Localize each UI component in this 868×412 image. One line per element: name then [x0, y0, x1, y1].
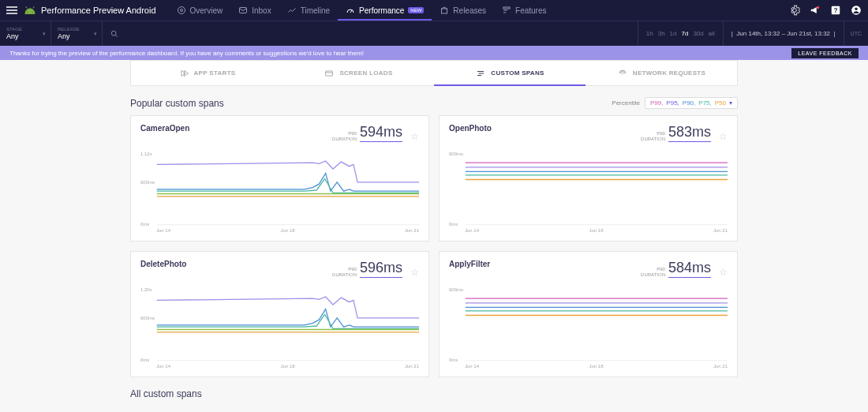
- svg-point-0: [178, 7, 185, 14]
- star-icon[interactable]: ☆: [719, 267, 728, 278]
- stage-filter[interactable]: STAGE Any ▾: [0, 21, 51, 46]
- card-title: ApplyFilter: [449, 260, 490, 268]
- release-value: Any: [58, 32, 95, 40]
- release-label: RELEASE: [58, 27, 95, 32]
- stage-label: STAGE: [6, 27, 44, 32]
- svg-line-14: [115, 35, 118, 37]
- nav-releases[interactable]: Releases: [432, 0, 494, 21]
- help-icon[interactable]: ?: [830, 5, 841, 16]
- metric-value: 584ms: [668, 260, 711, 278]
- caret-icon: ▾: [43, 31, 46, 37]
- star-icon[interactable]: ☆: [719, 131, 728, 142]
- time-30d[interactable]: 30d: [693, 30, 703, 37]
- release-filter[interactable]: RELEASE Any ▾: [51, 21, 103, 46]
- svg-point-22: [622, 73, 623, 73]
- app-title: Performance Preview Android: [41, 6, 156, 15]
- chart: 1.20s 600ms 0ms: [140, 283, 419, 362]
- svg-rect-4: [442, 9, 447, 13]
- timezone[interactable]: UTC: [844, 21, 868, 46]
- tab-network-requests[interactable]: NETWORK REQUESTS: [586, 61, 737, 85]
- svg-point-1: [180, 9, 182, 12]
- metric-value: 594ms: [360, 124, 402, 142]
- tab-app-starts[interactable]: APP STARTS: [131, 61, 282, 85]
- leave-feedback-button[interactable]: LEAVE FEEDBACK: [791, 48, 859, 58]
- star-icon[interactable]: ☆: [410, 131, 419, 142]
- nav-inbox[interactable]: Inbox: [230, 0, 279, 21]
- chart: 600ms 0ms: [449, 147, 728, 227]
- search-icon: [110, 30, 118, 38]
- announce-icon[interactable]: [810, 5, 821, 16]
- top-nav: OverviewInboxTimelinePerformanceNEWRelea…: [169, 0, 555, 21]
- svg-point-8: [817, 6, 820, 9]
- svg-line-3: [350, 10, 352, 13]
- svg-text:?: ?: [834, 7, 838, 14]
- card-title: CameraOpen: [140, 124, 189, 133]
- account-icon[interactable]: [851, 5, 862, 16]
- percentile-selector[interactable]: P99,P95,P90,P75,P50 ▾: [645, 97, 738, 109]
- nav-timeline[interactable]: Timeline: [279, 0, 338, 21]
- svg-rect-5: [503, 7, 510, 9]
- span-card[interactable]: OpenPhoto P90DURATION 583ms ☆ 600ms 0ms …: [439, 115, 738, 242]
- metric-value: 583ms: [668, 124, 711, 142]
- time-all[interactable]: all: [709, 30, 715, 37]
- stage-value: Any: [6, 32, 44, 40]
- section-title: Popular custom spans: [130, 98, 224, 109]
- android-icon: [24, 6, 36, 14]
- nav-features[interactable]: Features: [494, 0, 554, 21]
- time-1h[interactable]: 1h: [646, 30, 653, 37]
- cards-grid: CameraOpen P90DURATION 594ms ☆ 1.12s 600…: [130, 115, 738, 377]
- caret-icon: ▾: [94, 31, 97, 37]
- nav-overview[interactable]: Overview: [169, 0, 231, 21]
- tab-strip: APP STARTSSCREEN LOADSCUSTOM SPANSNETWOR…: [130, 60, 738, 86]
- card-title: OpenPhoto: [449, 124, 492, 133]
- time-3h[interactable]: 3h: [658, 30, 665, 37]
- time-1d[interactable]: 1d: [670, 30, 677, 37]
- banner-text: Thanks for trying the preview of the per…: [9, 50, 364, 57]
- span-card[interactable]: ApplyFilter P90DURATION 584ms ☆ 600ms 0m…: [439, 251, 738, 377]
- metric-value: 596ms: [360, 260, 402, 278]
- chart: 1.12s 600ms 0ms: [140, 147, 419, 227]
- tab-custom-spans[interactable]: CUSTOM SPANS: [434, 61, 586, 85]
- star-icon[interactable]: ☆: [410, 267, 419, 278]
- nav-performance[interactable]: PerformanceNEW: [338, 0, 432, 21]
- date-range[interactable]: | Jun 14th, 13:32 – Jun 21st, 13:32 |: [723, 21, 844, 46]
- svg-point-12: [855, 8, 858, 11]
- span-card[interactable]: DeletePhoto P90DURATION 596ms ☆ 1.20s 60…: [130, 251, 429, 377]
- percentile-label: Percentile: [612, 99, 640, 107]
- card-title: DeletePhoto: [140, 260, 186, 268]
- menu-button[interactable]: [6, 6, 17, 14]
- settings-icon[interactable]: [789, 5, 800, 16]
- svg-rect-17: [326, 71, 333, 76]
- chart: 600ms 0ms: [449, 283, 728, 362]
- span-card[interactable]: CameraOpen P90DURATION 594ms ☆ 1.12s 600…: [130, 115, 429, 242]
- time-7d[interactable]: 7d: [682, 30, 689, 37]
- time-range-picker: 1h3h1d7d30dall: [638, 21, 723, 46]
- search-input[interactable]: [103, 21, 638, 46]
- svg-point-13: [111, 31, 116, 36]
- all-spans-title: All custom spans: [130, 388, 738, 399]
- tab-screen-loads[interactable]: SCREEN LOADS: [282, 61, 434, 85]
